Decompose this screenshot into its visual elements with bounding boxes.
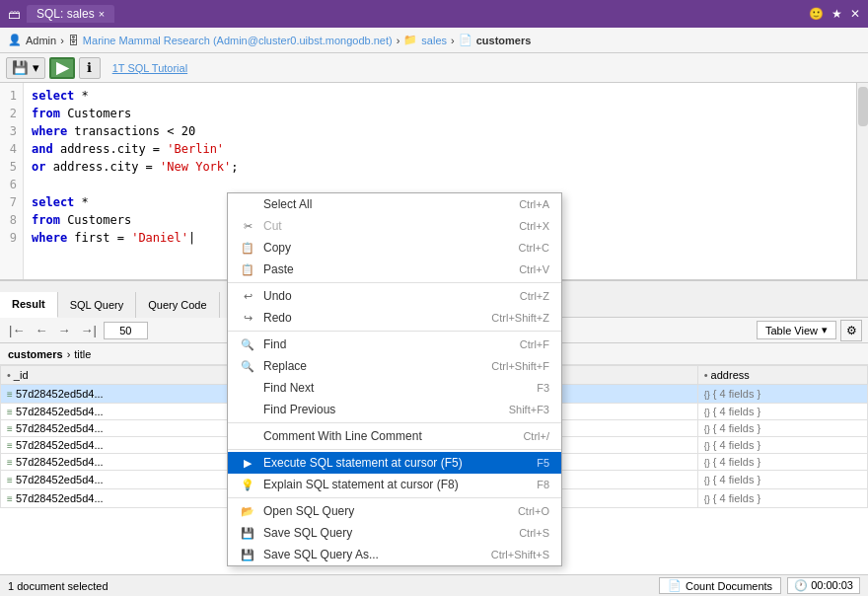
save-button[interactable]: 💾 ▾ <box>6 57 45 79</box>
context-menu-item-label: Find Previous <box>263 403 501 416</box>
context-menu-separator <box>228 282 561 283</box>
time-value: 00:00:03 <box>811 579 853 591</box>
context-menu-item-label: Undo <box>263 289 512 303</box>
context-menu-item-icon: ✂ <box>240 220 255 233</box>
context-menu-item-icon: 💡 <box>240 479 255 491</box>
context-menu-item-label: Paste <box>263 262 511 276</box>
context-menu-item[interactable]: 📋PasteCtrl+V <box>228 259 561 280</box>
cell-address: {} { 4 fields } <box>697 420 867 437</box>
editor-scrollbar[interactable] <box>856 83 868 279</box>
context-menu-item-shortcut: Ctrl+S <box>519 527 549 539</box>
cell-address: {} { 4 fields } <box>697 454 867 471</box>
col-header-address[interactable]: •address <box>697 366 867 385</box>
context-menu-item-shortcut: F8 <box>537 479 549 490</box>
context-menu-item[interactable]: 💾Save SQL Query As...Ctrl+Shift+S <box>228 544 561 565</box>
context-menu-item-icon: 🔍 <box>240 360 255 373</box>
context-menu-item-icon: 📂 <box>240 505 255 518</box>
cell-address: {} { 4 fields } <box>697 404 867 420</box>
context-menu-item[interactable]: ↩UndoCtrl+Z <box>228 285 561 307</box>
context-menu-item-icon: ↩ <box>240 290 255 303</box>
title-tab-close[interactable]: × <box>99 8 105 20</box>
settings-button[interactable]: ⚙ <box>840 320 862 341</box>
context-menu-item-shortcut: Ctrl+X <box>519 220 549 232</box>
context-menu-item-icon: 💾 <box>240 549 255 561</box>
breadcrumb-db: Marine Mammal Research (Admin@cluster0.u… <box>83 35 393 46</box>
count-label: Count Documents <box>686 580 772 592</box>
status-bar: 1 document selected 📄 Count Documents 🕐 … <box>0 574 868 596</box>
context-menu-item[interactable]: Select AllCtrl+A <box>228 193 561 215</box>
context-menu-item[interactable]: ▶Execute SQL statement at cursor (F5)F5 <box>228 452 561 474</box>
title-tab[interactable]: SQL: sales × <box>27 5 114 23</box>
nav-end-btn[interactable]: →| <box>77 322 99 338</box>
context-menu-item[interactable]: 💾Save SQL QueryCtrl+S <box>228 522 561 544</box>
context-menu-item[interactable]: 📂Open SQL QueryCtrl+O <box>228 500 561 522</box>
cell-address: {} { 4 fields } <box>697 471 867 489</box>
app-icon: 🗃 <box>8 7 21 22</box>
context-menu-item-shortcut: Ctrl+Shift+F <box>491 360 549 372</box>
breadcrumb-sep3: › <box>451 35 455 46</box>
context-menu-item-label: Save SQL Query <box>263 526 511 540</box>
time-icon: 🕐 <box>794 579 808 591</box>
count-icon: 📄 <box>668 579 682 592</box>
context-menu-item-shortcut: Ctrl+A <box>519 198 549 210</box>
context-menu-item-icon: ▶ <box>240 457 255 470</box>
context-menu-item-label: Open SQL Query <box>263 504 510 518</box>
context-menu-item[interactable]: Comment With Line CommentCtrl+/ <box>228 425 561 447</box>
context-menu-item-label: Select All <box>263 197 511 211</box>
context-menu-separator <box>228 331 561 332</box>
breadcrumb-coll-icon: 📁 <box>403 34 417 46</box>
context-menu-item-label: Execute SQL statement at cursor (F5) <box>263 456 529 470</box>
tab-query-code[interactable]: Query Code <box>136 292 219 318</box>
context-menu-item-shortcut: Ctrl+V <box>519 263 549 275</box>
context-menu-item-shortcut: Ctrl+O <box>518 505 549 517</box>
window-star-btn[interactable]: ★ <box>832 7 842 21</box>
context-menu-item-icon: 📋 <box>240 242 255 255</box>
breadcrumb-coll2-icon: 📄 <box>459 34 472 46</box>
table-view-label: Table View <box>765 325 818 336</box>
collection-field: title <box>74 348 91 360</box>
context-menu-item: ✂CutCtrl+X <box>228 215 561 237</box>
context-menu[interactable]: Select AllCtrl+A✂CutCtrl+X📋CopyCtrl+C📋Pa… <box>227 192 562 566</box>
context-menu-item-icon: 📋 <box>240 263 255 276</box>
run-button[interactable]: ▶ <box>49 57 75 79</box>
context-menu-item-icon: 🔍 <box>240 338 255 351</box>
cell-address: {} { 4 fields } <box>697 489 867 508</box>
context-menu-item-icon: 💾 <box>240 527 255 540</box>
nav-forward-btn[interactable]: → <box>54 322 73 338</box>
context-menu-separator <box>228 422 561 423</box>
context-menu-item-shortcut: Ctrl+Z <box>520 290 549 302</box>
context-menu-item[interactable]: 🔍FindCtrl+F <box>228 334 561 355</box>
page-size-input[interactable] <box>104 322 148 339</box>
context-menu-item-label: Copy <box>263 241 511 255</box>
context-menu-separator <box>228 497 561 498</box>
context-menu-item[interactable]: 🔍ReplaceCtrl+Shift+F <box>228 355 561 377</box>
title-bar: 🗃 SQL: sales × 🙂 ★ ✕ <box>0 0 868 28</box>
nav-back-btn[interactable]: ← <box>32 322 50 338</box>
info-button[interactable]: ℹ <box>79 57 101 79</box>
breadcrumb-coll1: sales <box>421 35 447 46</box>
tab-sql-query[interactable]: SQL Query <box>58 292 137 318</box>
breadcrumb-coll2: customers <box>476 35 532 46</box>
line-numbers: 12345 6789 <box>0 83 24 279</box>
context-menu-item-label: Explain SQL statement at cursor (F8) <box>263 478 529 491</box>
nav-start-btn[interactable]: |← <box>6 322 28 338</box>
context-menu-item-icon: ↪ <box>240 312 255 325</box>
context-menu-item-label: Save SQL Query As... <box>263 548 483 561</box>
count-documents-button[interactable]: 📄 Count Documents <box>659 577 781 594</box>
context-menu-item[interactable]: 💡Explain SQL statement at cursor (F8)F8 <box>228 474 561 495</box>
tab-result[interactable]: Result <box>0 292 58 318</box>
table-view-button[interactable]: Table View ▾ <box>757 321 836 339</box>
context-menu-item[interactable]: Find PreviousShift+F3 <box>228 399 561 420</box>
context-menu-item[interactable]: Find NextF3 <box>228 377 561 399</box>
tutorial-link[interactable]: 1T SQL Tutorial <box>112 62 187 74</box>
toolbar: 💾 ▾ ▶ ℹ 1T SQL Tutorial <box>0 53 868 83</box>
context-menu-item-shortcut: Shift+F3 <box>509 404 549 415</box>
context-menu-item-shortcut: Ctrl+/ <box>523 430 549 442</box>
context-menu-item[interactable]: 📋CopyCtrl+C <box>228 237 561 259</box>
context-menu-item-label: Redo <box>263 311 483 325</box>
window-settings-btn[interactable]: ✕ <box>850 7 860 21</box>
breadcrumb-sep1: › <box>60 35 64 46</box>
window-emoji-btn[interactable]: 🙂 <box>809 7 824 21</box>
context-menu-item[interactable]: ↪RedoCtrl+Shift+Z <box>228 307 561 329</box>
context-menu-item-label: Find Next <box>263 381 529 395</box>
